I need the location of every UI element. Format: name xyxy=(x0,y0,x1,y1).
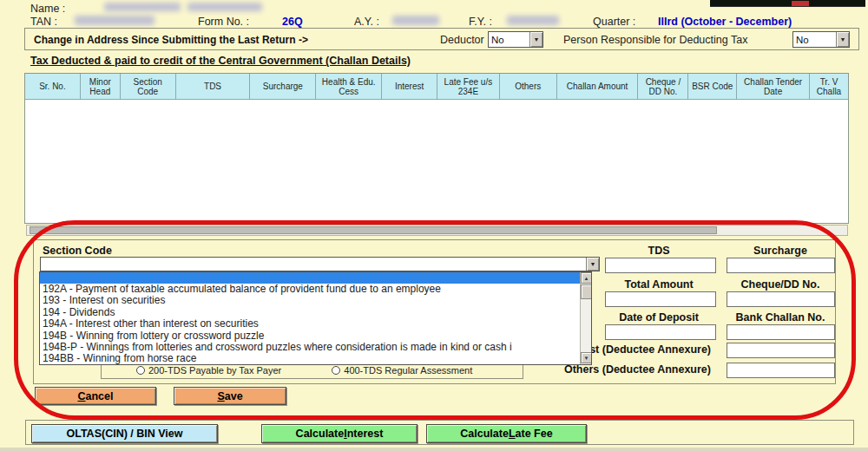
save-button-rest: ave xyxy=(225,390,243,402)
column-header: Interest xyxy=(382,74,437,99)
chevron-down-icon[interactable]: ▼ xyxy=(529,32,542,47)
dropdown-item[interactable]: 194 - Dividends xyxy=(40,307,580,318)
bank-challan-no-label: Bank Challan No. xyxy=(694,311,867,324)
quarter-label: Quarter : xyxy=(593,16,635,28)
dropdown-item[interactable]: 193 - Interest on securities xyxy=(40,295,580,306)
column-header: Challan Tender Date xyxy=(737,74,810,99)
calc-late-fee-key: L xyxy=(509,428,516,440)
column-header: Others xyxy=(500,74,557,99)
calc-late-fee-rest: ate Fee xyxy=(516,428,553,440)
radio-icon[interactable] xyxy=(136,366,145,375)
tds-challan-window: Name : TAN : Form No. : 26Q A.Y. : F.Y. … xyxy=(0,0,868,451)
form-no-value: 26Q xyxy=(282,16,303,28)
bank-challan-no-input[interactable] xyxy=(727,324,835,340)
dropdown-scrollbar-thumb[interactable] xyxy=(581,284,592,299)
section-code-combobox[interactable]: ▼ xyxy=(40,257,600,271)
surcharge-field-label: Surcharge xyxy=(694,245,867,257)
dropdown-items: 192A - Payment of taxable accumulated ba… xyxy=(40,284,580,365)
interest-annexure-input[interactable] xyxy=(727,343,835,358)
column-header: Section Code xyxy=(121,74,176,99)
oltas-bin-view-button[interactable]: OLTAS(CIN) / BIN View xyxy=(31,424,218,443)
dropdown-item[interactable]: 194BB - Winning from horse race xyxy=(40,353,580,364)
fy-value-redacted xyxy=(507,16,559,25)
calc-interest-prefix: Calculate xyxy=(296,428,345,440)
radio-200-tds-label: 200-TDS Payable by Tax Payer xyxy=(148,365,281,376)
oltas-bin-view-label: OLTAS(CIN) / BIN View xyxy=(66,428,182,440)
column-header: Surcharge xyxy=(250,74,316,99)
fy-label: F.Y. : xyxy=(469,16,492,28)
tan-value-redacted xyxy=(75,16,155,25)
radio-icon[interactable] xyxy=(332,366,340,375)
cheque-dd-no-input[interactable] xyxy=(727,291,835,307)
column-header: BSR Code xyxy=(688,74,737,99)
chevron-down-icon[interactable]: ▼ xyxy=(586,258,599,271)
ay-label: A.Y. : xyxy=(354,16,379,28)
dropdown-item[interactable]: 194B - Winning from lottery or crossword… xyxy=(40,330,580,342)
challan-table-body xyxy=(25,100,848,223)
calculate-late-fee-button[interactable]: Calculate Late Fee xyxy=(426,424,587,443)
others-annexure-input[interactable] xyxy=(727,363,835,378)
column-header: Tr. V Challa xyxy=(810,74,848,99)
person-responsible-select-value: No xyxy=(793,35,836,45)
column-header: Sr. No. xyxy=(25,74,81,99)
dropdown-item[interactable]: 194A - Interest other than interest on s… xyxy=(40,318,580,330)
tds-input[interactable] xyxy=(605,258,716,273)
name-label: Name : xyxy=(30,3,65,15)
table-hscrollbar[interactable] xyxy=(26,225,848,236)
person-responsible-select[interactable]: No ▼ xyxy=(792,31,850,48)
challan-section-title: Tax Deducted & paid to credit of the Cen… xyxy=(30,55,411,67)
deductor-select[interactable]: No ▼ xyxy=(488,31,543,48)
chevron-down-icon[interactable]: ▼ xyxy=(836,32,849,47)
bottom-button-bar: OLTAS(CIN) / BIN View Calculate Interest… xyxy=(25,420,854,445)
total-amount-input[interactable] xyxy=(605,291,716,307)
name-value-redacted-2 xyxy=(187,3,262,11)
logo-red-mark-icon xyxy=(792,1,809,6)
section-code-label: Section Code xyxy=(43,245,112,257)
cancel-button-key: C xyxy=(78,390,86,402)
challan-table-header: Sr. No.Minor HeadSection CodeTDSSurcharg… xyxy=(25,74,848,100)
address-change-row: Change in Address Since Submitting the L… xyxy=(24,28,859,50)
table-hscrollbar-thumb[interactable] xyxy=(30,226,717,234)
logo-strip xyxy=(710,0,865,7)
save-button-key: S xyxy=(217,390,224,402)
column-header: Minor Head xyxy=(81,74,121,99)
quarter-value: IIIrd (October - December) xyxy=(658,16,792,28)
dropdown-selected-empty-row[interactable] xyxy=(40,272,580,284)
column-header: TDS xyxy=(176,74,251,99)
column-header: Cheque / DD No. xyxy=(638,74,688,99)
cancel-button-rest: ancel xyxy=(86,390,114,402)
others-annexure-label: Others (Deductee Annexure) xyxy=(537,363,711,376)
save-button[interactable]: Save xyxy=(174,387,286,405)
challan-table: Sr. No.Minor HeadSection CodeTDSSurcharg… xyxy=(24,73,849,224)
person-responsible-label: Person Responsible for Deducting Tax xyxy=(563,34,747,46)
date-of-deposit-input[interactable] xyxy=(605,324,716,340)
radio-400-tds[interactable]: 400-TDS Regular Assessment xyxy=(332,365,472,376)
tan-label: TAN : xyxy=(30,16,57,28)
surcharge-input[interactable] xyxy=(727,258,835,273)
cheque-dd-no-label: Cheque/DD No. xyxy=(694,278,867,291)
ay-value-redacted xyxy=(392,16,439,25)
column-header: Late Fee u/s 234E xyxy=(437,74,500,99)
radio-200-tds[interactable]: 200-TDS Payable by Tax Payer xyxy=(136,365,281,376)
calculate-interest-button[interactable]: Calculate Interest xyxy=(261,424,418,443)
name-value-redacted xyxy=(104,3,181,11)
column-header: Challan Amount xyxy=(557,74,639,99)
deductor-select-value: No xyxy=(489,35,529,45)
section-code-dropdown-list[interactable]: 192A - Payment of taxable accumulated ba… xyxy=(39,271,592,365)
column-header: Health & Edu. Cess xyxy=(316,74,382,99)
form-no-label: Form No. : xyxy=(198,16,249,28)
calc-late-fee-prefix: Calculate xyxy=(460,428,509,440)
radio-400-tds-label: 400-TDS Regular Assessment xyxy=(344,365,472,376)
dropdown-item[interactable]: 194B-P - Winnings from lotteries and cro… xyxy=(40,342,580,353)
window-bottom-edge xyxy=(0,448,868,451)
dropdown-scrollbar[interactable]: ▲ ▼ xyxy=(580,272,591,364)
deductor-label: Deductor xyxy=(440,34,484,46)
scroll-down-icon[interactable]: ▼ xyxy=(581,352,592,363)
address-change-label: Change in Address Since Submitting the L… xyxy=(34,34,308,46)
cancel-button[interactable]: Cancel xyxy=(35,387,156,405)
dropdown-item[interactable]: 192A - Payment of taxable accumulated ba… xyxy=(40,284,580,295)
scroll-up-icon[interactable]: ▲ xyxy=(581,272,592,284)
calc-interest-rest: nterest xyxy=(347,428,384,440)
